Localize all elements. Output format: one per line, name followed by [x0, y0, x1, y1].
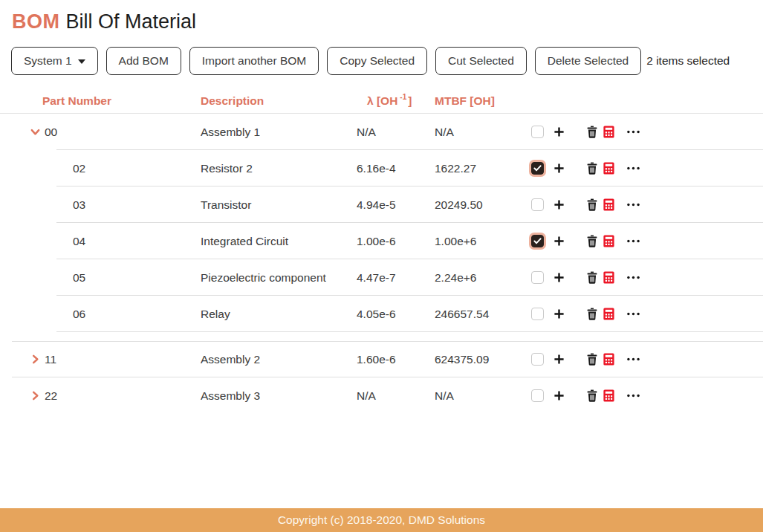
part-number-cell: 03 — [0, 198, 201, 212]
description: Assembly 2 — [201, 353, 357, 366]
description: Integrated Circuit — [201, 235, 357, 248]
add-child-icon[interactable] — [553, 199, 565, 210]
more-options-icon[interactable] — [627, 394, 640, 398]
column-header-description: Description — [201, 94, 357, 108]
cut-selected-button[interactable]: Cut Selected — [435, 47, 527, 75]
calculator-icon[interactable] — [603, 389, 614, 402]
trash-icon[interactable] — [586, 198, 598, 211]
mtbf-value: N/A — [435, 126, 525, 139]
add-child-icon[interactable] — [553, 126, 565, 137]
calculator-icon[interactable] — [603, 126, 614, 138]
trash-icon[interactable] — [586, 126, 598, 138]
lambda-value: 4.05e-6 — [357, 308, 435, 321]
mtbf-value: 20249.50 — [435, 198, 525, 212]
column-header-part-number: Part Number — [0, 94, 201, 108]
lambda-value: 4.94e-5 — [357, 198, 435, 212]
table-row: 04 Integrated Circuit 1.00e-6 1.00e+6 — [0, 223, 763, 259]
part-number-cell: 22 — [0, 389, 201, 403]
trash-icon[interactable] — [586, 308, 598, 320]
mtbf-value: 2.24e+6 — [435, 271, 525, 285]
calculator-icon[interactable] — [603, 308, 614, 320]
calculator-icon[interactable] — [603, 198, 614, 211]
row-controls — [531, 162, 640, 175]
brand-text: BOM — [12, 10, 60, 33]
add-child-icon[interactable] — [553, 308, 565, 319]
chevron-right-icon[interactable] — [30, 390, 42, 402]
table-row: 03 Transistor 4.94e-5 20249.50 — [0, 186, 763, 223]
row-divider — [12, 341, 763, 342]
trash-icon[interactable] — [586, 162, 598, 175]
page-title-text: Bill Of Material — [66, 10, 197, 33]
lambda-value: 4.47e-7 — [357, 271, 435, 285]
part-number: 03 — [73, 198, 85, 212]
part-number-cell: 04 — [0, 235, 201, 248]
trash-icon[interactable] — [586, 389, 598, 402]
add-child-icon[interactable] — [553, 163, 565, 174]
description: Assembly 1 — [201, 126, 357, 139]
chevron-right-icon[interactable] — [30, 354, 42, 366]
more-options-icon[interactable] — [627, 166, 640, 170]
description: Transistor — [201, 198, 357, 212]
add-child-icon[interactable] — [553, 354, 565, 365]
mtbf-value: N/A — [435, 389, 525, 403]
part-number-cell: 02 — [0, 162, 201, 175]
row-controls — [531, 126, 640, 138]
row-checkbox[interactable] — [531, 162, 544, 175]
add-child-icon[interactable] — [553, 390, 565, 401]
part-number: 05 — [73, 271, 85, 285]
import-bom-button[interactable]: Import another BOM — [189, 47, 319, 75]
mtbf-value: 246657.54 — [435, 308, 525, 321]
selection-status: 2 items selected — [646, 54, 730, 68]
row-checkbox[interactable] — [531, 198, 544, 211]
calculator-icon[interactable] — [603, 271, 614, 284]
table-row: 22 Assembly 3 N/A N/A — [0, 377, 763, 414]
trash-icon[interactable] — [586, 271, 598, 284]
calculator-icon[interactable] — [603, 235, 614, 247]
part-number: 06 — [73, 308, 85, 321]
calculator-icon[interactable] — [603, 162, 614, 175]
copy-selected-button[interactable]: Copy Selected — [327, 47, 427, 75]
row-checkbox[interactable] — [531, 271, 544, 284]
row-checkbox[interactable] — [531, 126, 544, 138]
part-number: 22 — [45, 389, 57, 403]
column-header-mtbf: MTBF [OH] — [435, 94, 525, 108]
table-row: 06 Relay 4.05e-6 246657.54 — [0, 296, 763, 332]
mtbf-value: 1.00e+6 — [435, 235, 525, 248]
add-child-icon[interactable] — [553, 236, 565, 247]
mtbf-value: 1622.27 — [435, 162, 525, 175]
row-controls — [531, 235, 640, 247]
part-number-cell: 11 — [0, 353, 201, 366]
more-options-icon[interactable] — [627, 239, 640, 243]
description: Assembly 3 — [201, 389, 357, 403]
row-checkbox[interactable] — [531, 235, 544, 247]
bom-table: Part Number Description λ [OH-1] MTBF [O… — [0, 89, 763, 414]
row-checkbox[interactable] — [531, 308, 544, 320]
add-bom-button[interactable]: Add BOM — [106, 47, 181, 75]
copyright-text: Copyright (c) 2018-2020, DMD Solutions — [278, 513, 485, 527]
part-number: 00 — [45, 126, 57, 139]
chevron-down-icon[interactable] — [30, 126, 42, 138]
add-child-icon[interactable] — [553, 272, 565, 283]
trash-icon[interactable] — [586, 353, 598, 366]
more-options-icon[interactable] — [627, 203, 640, 207]
trash-icon[interactable] — [586, 235, 598, 247]
system-dropdown-button[interactable]: System 1 — [11, 47, 98, 75]
toolbar: System 1 Add BOM Import another BOM Copy… — [11, 47, 763, 75]
table-body: 00 Assembly 1 N/A N/A — [0, 114, 763, 414]
more-options-icon[interactable] — [627, 130, 640, 134]
row-controls — [531, 389, 640, 402]
row-checkbox[interactable] — [531, 353, 544, 366]
more-options-icon[interactable] — [627, 357, 640, 361]
more-options-icon[interactable] — [627, 276, 640, 279]
column-header-lambda: λ [OH-1] — [357, 94, 435, 108]
table-row: 00 Assembly 1 N/A N/A — [0, 114, 763, 150]
part-number-cell: 06 — [0, 308, 201, 321]
system-dropdown-label: System 1 — [24, 54, 72, 68]
row-checkbox[interactable] — [531, 389, 544, 402]
delete-selected-button[interactable]: Delete Selected — [535, 47, 641, 75]
table-row: 02 Resistor 2 6.16e-4 1622.27 — [0, 150, 763, 186]
more-options-icon[interactable] — [627, 312, 640, 316]
part-number: 02 — [73, 162, 85, 175]
footer: Copyright (c) 2018-2020, DMD Solutions — [0, 508, 763, 532]
calculator-icon[interactable] — [603, 353, 614, 366]
